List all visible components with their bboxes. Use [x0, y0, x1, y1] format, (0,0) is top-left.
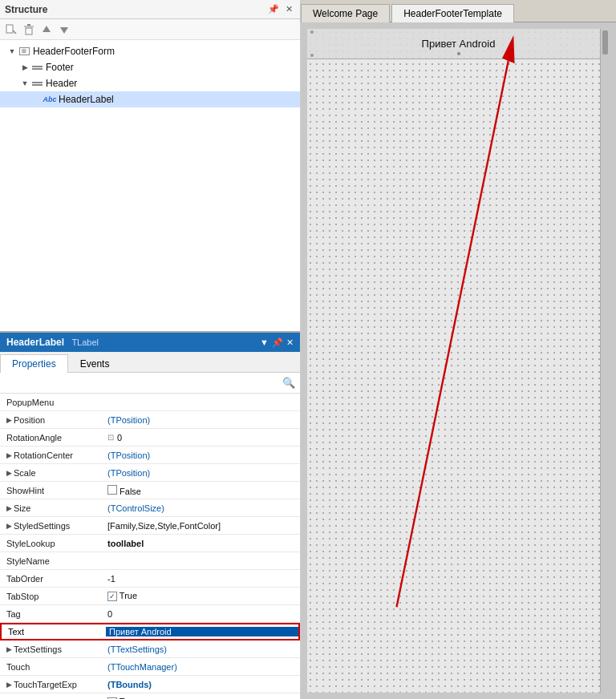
prop-row-scale[interactable]: ▶ Scale (TPosition) [0, 464, 300, 482]
tree-expand-arrow[interactable]: ▼ [6, 47, 18, 55]
header-label-text: Привет Android [422, 38, 496, 50]
tabstop-checkbox[interactable] [107, 592, 117, 601]
prop-name-stylename: StyleName [0, 556, 104, 566]
structure-panel-icons: 📌 ✕ [267, 3, 295, 16]
prop-row-touch[interactable]: Touch (TTouchManager) [0, 658, 300, 676]
tab-properties[interactable]: Properties [0, 354, 68, 373]
showhint-checkbox[interactable] [107, 485, 117, 495]
svg-line-1 [13, 30, 16, 34]
prop-name-styledsettings: ▶ StyledSettings [0, 521, 104, 531]
prop-name-taborder: TabOrder [0, 574, 104, 584]
tree-expand-arrow-footer[interactable]: ▶ [19, 63, 30, 71]
scrollbar-thumb[interactable] [602, 30, 608, 55]
tree-item-headerFooterForm[interactable]: ▼ ⊞ HeaderFooterForm [0, 43, 300, 59]
label-icon: Abc [43, 94, 56, 105]
prop-value-tabstop: True [104, 591, 300, 601]
oi-search-row: 🔍 [0, 373, 300, 394]
prop-row-stylelookup[interactable]: StyleLookup toollabel [0, 535, 300, 552]
prop-expand-arrow-size[interactable]: ▶ [6, 504, 12, 512]
ruler-mark-left-bottom [310, 54, 314, 57]
prop-row-tag[interactable]: Tag 0 [0, 605, 300, 623]
svg-marker-6 [60, 27, 68, 34]
prop-row-text[interactable]: Text Привет Android [0, 623, 300, 640]
header-band: Привет Android [307, 29, 610, 59]
prop-name-rotationangle: RotationAngle [0, 433, 104, 442]
left-panel: Structure 📌 ✕ ▼ [0, 0, 301, 699]
tab-events[interactable]: Events [68, 354, 122, 373]
tree-item-header[interactable]: ▼ Header [0, 75, 300, 91]
move-down-button[interactable] [56, 22, 72, 38]
new-component-button[interactable] [3, 22, 19, 38]
tab-headerfootertemplate[interactable]: HeaderFooterTemplate [391, 4, 514, 22]
prop-value-stylelookup: toollabel [104, 539, 300, 548]
search-icon: 🔍 [282, 377, 295, 389]
prop-row-touchtargetexp[interactable]: ▶ TouchTargetExp (TBounds) [0, 676, 300, 693]
delete-component-button[interactable] [21, 22, 37, 38]
prop-name-tag: Tag [0, 609, 104, 619]
prop-value-touch: (TTouchManager) [104, 662, 300, 672]
prop-name-scale: ▶ Scale [0, 468, 104, 478]
prop-value-touchtargetexp: (TBounds) [104, 680, 300, 689]
ruler-mark-left-top [310, 30, 314, 34]
structure-panel: Structure 📌 ✕ ▼ [0, 0, 300, 333]
prop-row-visible[interactable]: Visible True [0, 693, 300, 699]
prop-value-textsettings: (TTextSettings) [104, 644, 300, 654]
tree-label-footer: Footer [46, 62, 74, 73]
prop-name-touch: Touch [0, 662, 104, 672]
prop-name-size: ▶ Size [0, 503, 104, 513]
structure-title: Structure [5, 4, 47, 15]
prop-row-rotationangle[interactable]: RotationAngle ⊡ 0 [0, 429, 300, 446]
form-icon: ⊞ [18, 46, 30, 57]
tree-label-header: Header [46, 78, 77, 89]
oi-pin-icon[interactable]: 📌 [272, 337, 283, 348]
prop-value-scale: (TPosition) [104, 468, 300, 478]
svg-marker-5 [43, 26, 51, 32]
prop-expand-arrow-textsettings[interactable]: ▶ [6, 645, 12, 653]
prop-value-tag: 0 [104, 609, 300, 619]
tree-item-headerLabel[interactable]: Abc HeaderLabel [0, 91, 300, 107]
properties-search-input[interactable] [5, 378, 282, 388]
prop-row-position[interactable]: ▶ Position (TPosition) [0, 411, 300, 429]
structure-close-icon[interactable]: ✕ [282, 3, 295, 16]
prop-expand-arrow-rotationcenter[interactable]: ▶ [6, 451, 12, 459]
oi-title-icons: ▼ 📌 ✕ [260, 337, 294, 348]
prop-name-touchtargetexp: ▶ TouchTargetExp [0, 680, 104, 689]
canvas-scrollbar[interactable] [600, 29, 610, 693]
svg-rect-0 [6, 25, 13, 33]
tree-item-footer[interactable]: ▶ Footer [0, 59, 300, 75]
structure-pin-icon[interactable]: 📌 [267, 3, 280, 16]
tab-welcome-page[interactable]: Welcome Page [301, 4, 390, 22]
prop-row-tabstop[interactable]: TabStop True [0, 588, 300, 605]
prop-name-popupmenu: PopupMenu [0, 398, 104, 407]
prop-row-taborder[interactable]: TabOrder -1 [0, 570, 300, 588]
prop-name-tabstop: TabStop [0, 592, 104, 601]
prop-expand-arrow-position[interactable]: ▶ [6, 416, 12, 424]
prop-expand-arrow-scale[interactable]: ▶ [6, 469, 12, 477]
prop-expand-arrow-touchtargetexp[interactable]: ▶ [6, 681, 12, 689]
prop-value-styledsettings: [Family,Size,Style,FontColor] [104, 521, 300, 531]
prop-row-textsettings[interactable]: ▶ TextSettings (TTextSettings) [0, 640, 300, 658]
prop-row-popupmenu[interactable]: PopupMenu [0, 394, 300, 411]
prop-expand-arrow-styledsettings[interactable]: ▶ [6, 522, 12, 530]
tree-expand-arrow-header[interactable]: ▼ [19, 79, 30, 87]
oi-title-group: HeaderLabel TLabel [6, 337, 99, 348]
prop-row-styledsettings[interactable]: ▶ StyledSettings [Family,Size,Style,Font… [0, 517, 300, 535]
prop-row-rotationcenter[interactable]: ▶ RotationCenter (TPosition) [0, 446, 300, 464]
prop-name-text: Text [2, 627, 106, 636]
move-up-button[interactable] [38, 22, 55, 38]
structure-titlebar: Structure 📌 ✕ [0, 0, 300, 19]
prop-value-size: (TControlSize) [104, 503, 300, 513]
prop-value-showhint: False [104, 485, 300, 496]
prop-value-position: (TPosition) [104, 415, 300, 425]
object-inspector: HeaderLabel TLabel ▼ 📌 ✕ Properties Even… [0, 333, 300, 699]
oi-subtitle: TLabel [71, 337, 99, 347]
prop-value-text[interactable]: Привет Android [106, 627, 298, 636]
prop-row-size[interactable]: ▶ Size (TControlSize) [0, 499, 300, 517]
prop-row-stylename[interactable]: StyleName [0, 552, 300, 570]
prop-row-showhint[interactable]: ShowHint False [0, 482, 300, 499]
designer-tabs: Welcome Page HeaderFooterTemplate [301, 0, 616, 22]
oi-dropdown-icon[interactable]: ▼ [260, 337, 269, 347]
prop-name-textsettings: ▶ TextSettings [0, 644, 104, 654]
oi-close-icon[interactable]: ✕ [286, 337, 294, 348]
prop-value-rotationcenter: (TPosition) [104, 451, 300, 460]
